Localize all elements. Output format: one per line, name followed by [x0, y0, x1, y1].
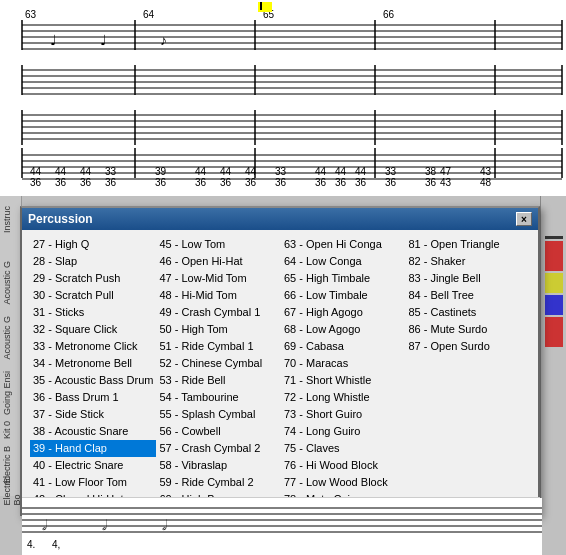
- side-label-acoustic: Acoustic G: [2, 261, 12, 305]
- perc-item-32[interactable]: 32 - Square Click: [30, 321, 156, 338]
- perc-item-37[interactable]: 37 - Side Stick: [30, 406, 156, 423]
- perc-item-33[interactable]: 33 - Metronome Click: [30, 338, 156, 355]
- perc-item-47[interactable]: 47 - Low-Mid Tom: [156, 270, 281, 287]
- perc-item-84[interactable]: 84 - Bell Tree: [405, 287, 530, 304]
- perc-item-63[interactable]: 63 - Open Hi Conga: [281, 236, 406, 253]
- percussion-col4: 81 - Open Triangle82 - Shaker83 - Jingle…: [405, 236, 530, 514]
- perc-item-76[interactable]: 76 - Hi Wood Block: [281, 457, 406, 474]
- sheet-music-area: [0, 0, 566, 196]
- perc-item-64[interactable]: 64 - Low Conga: [281, 253, 406, 270]
- right-bar-top: [545, 236, 563, 239]
- perc-item-51[interactable]: 51 - Ride Cymbal 1: [156, 338, 281, 355]
- perc-item-29[interactable]: 29 - Scratch Push: [30, 270, 156, 287]
- perc-item-86[interactable]: 86 - Mute Surdo: [405, 321, 530, 338]
- perc-item-57[interactable]: 57 - Crash Cymbal 2: [156, 440, 281, 457]
- perc-item-52[interactable]: 52 - Chinese Cymbal: [156, 355, 281, 372]
- side-label-acoustic2: Acoustic G: [2, 316, 12, 360]
- side-label-electric-bo: Electric Bo: [2, 476, 22, 506]
- perc-item-69[interactable]: 69 - Cabasa: [281, 338, 406, 355]
- perc-item-28[interactable]: 28 - Slap: [30, 253, 156, 270]
- perc-item-36[interactable]: 36 - Bass Drum 1: [30, 389, 156, 406]
- percussion-dialog: Percussion × 27 - High Q28 - Slap29 - Sc…: [20, 206, 540, 516]
- perc-item-45[interactable]: 45 - Low Tom: [156, 236, 281, 253]
- perc-item-87[interactable]: 87 - Open Surdo: [405, 338, 530, 355]
- dialog-titlebar: Percussion ×: [22, 208, 538, 230]
- side-label-instruc: Instruc: [2, 206, 12, 233]
- background-content: Instruc Acoustic G Acoustic G Going Ensi…: [0, 196, 566, 555]
- perc-item-38[interactable]: 38 - Acoustic Snare: [30, 423, 156, 440]
- perc-item-41[interactable]: 41 - Low Floor Tom: [30, 474, 156, 491]
- perc-item-85[interactable]: 85 - Castinets: [405, 304, 530, 321]
- left-panel: Instruc Acoustic G Acoustic G Going Ensi…: [0, 196, 22, 496]
- perc-item-50[interactable]: 50 - High Tom: [156, 321, 281, 338]
- percussion-col2: 45 - Low Tom46 - Open Hi-Hat47 - Low-Mid…: [156, 236, 281, 514]
- dialog-container: Instruc Acoustic G Acoustic G Going Ensi…: [0, 196, 566, 555]
- percussion-col3: 63 - Open Hi Conga64 - Low Conga65 - Hig…: [281, 236, 406, 514]
- perc-item-77[interactable]: 77 - Low Wood Block: [281, 474, 406, 491]
- perc-item-82[interactable]: 82 - Shaker: [405, 253, 530, 270]
- perc-item-56[interactable]: 56 - Cowbell: [156, 423, 281, 440]
- perc-item-67[interactable]: 67 - High Agogo: [281, 304, 406, 321]
- dialog-content[interactable]: 27 - High Q28 - Slap29 - Scratch Push30 …: [22, 230, 538, 514]
- perc-item-81[interactable]: 81 - Open Triangle: [405, 236, 530, 253]
- perc-item-71[interactable]: 71 - Short Whistle: [281, 372, 406, 389]
- perc-item-74[interactable]: 74 - Long Guiro: [281, 423, 406, 440]
- perc-item-73[interactable]: 73 - Short Guiro: [281, 406, 406, 423]
- right-panel: [540, 196, 566, 555]
- perc-item-27[interactable]: 27 - High Q: [30, 236, 156, 253]
- perc-item-40[interactable]: 40 - Electric Snare: [30, 457, 156, 474]
- perc-item-59[interactable]: 59 - Ride Cymbal 2: [156, 474, 281, 491]
- perc-item-72[interactable]: 72 - Long Whistle: [281, 389, 406, 406]
- perc-item-39[interactable]: 39 - Hand Clap: [30, 440, 156, 457]
- perc-item-46[interactable]: 46 - Open Hi-Hat: [156, 253, 281, 270]
- side-label-kit: Kit 0: [2, 421, 12, 439]
- perc-item-35[interactable]: 35 - Acoustic Bass Drum: [30, 372, 156, 389]
- perc-item-49[interactable]: 49 - Crash Cymbal 1: [156, 304, 281, 321]
- perc-item-55[interactable]: 55 - Splash Cymbal: [156, 406, 281, 423]
- right-bar-yellow: [545, 273, 563, 293]
- close-button[interactable]: ×: [516, 212, 532, 226]
- bottom-sheet: [22, 497, 540, 555]
- perc-item-58[interactable]: 58 - Vibraslap: [156, 457, 281, 474]
- perc-item-34[interactable]: 34 - Metronome Bell: [30, 355, 156, 372]
- perc-item-75[interactable]: 75 - Claves: [281, 440, 406, 457]
- right-bar-red2: [545, 317, 563, 347]
- perc-item-31[interactable]: 31 - Sticks: [30, 304, 156, 321]
- percussion-col1: 27 - High Q28 - Slap29 - Scratch Push30 …: [30, 236, 156, 514]
- perc-item-65[interactable]: 65 - High Timbale: [281, 270, 406, 287]
- side-label-going: Going Ensi: [2, 371, 12, 415]
- perc-item-83[interactable]: 83 - Jingle Bell: [405, 270, 530, 287]
- percussion-grid: 27 - High Q28 - Slap29 - Scratch Push30 …: [30, 236, 530, 514]
- right-bar-blue: [545, 295, 563, 315]
- perc-item-30[interactable]: 30 - Scratch Pull: [30, 287, 156, 304]
- dialog-title: Percussion: [28, 212, 93, 226]
- perc-item-70[interactable]: 70 - Maracas: [281, 355, 406, 372]
- perc-item-53[interactable]: 53 - Ride Bell: [156, 372, 281, 389]
- perc-item-68[interactable]: 68 - Low Agogo: [281, 321, 406, 338]
- perc-item-66[interactable]: 66 - Low Timbale: [281, 287, 406, 304]
- right-bar-red1: [545, 241, 563, 271]
- perc-item-48[interactable]: 48 - Hi-Mid Tom: [156, 287, 281, 304]
- perc-item-54[interactable]: 54 - Tambourine: [156, 389, 281, 406]
